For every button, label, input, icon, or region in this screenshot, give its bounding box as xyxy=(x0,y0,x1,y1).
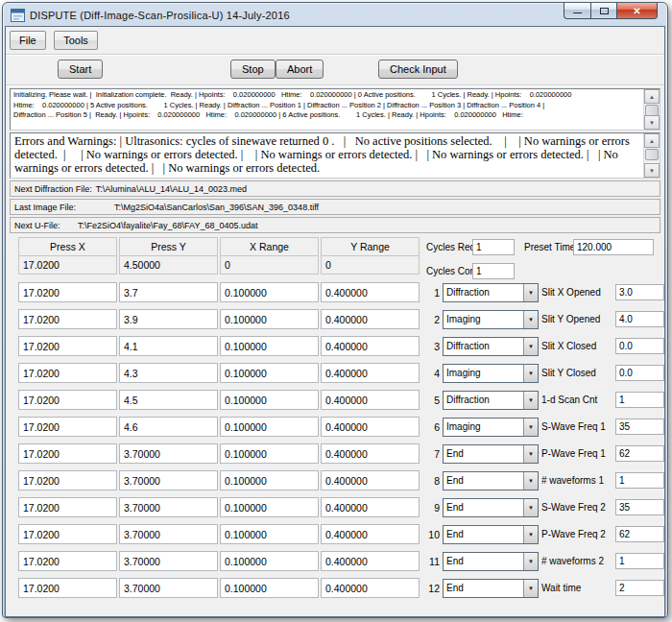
press-y-input[interactable] xyxy=(119,524,218,544)
param-input[interactable] xyxy=(615,472,664,489)
param-input[interactable] xyxy=(615,284,664,300)
scroll-up-button[interactable]: ▲ xyxy=(644,133,660,148)
param-input[interactable] xyxy=(615,338,664,354)
vertical-scrollbar[interactable]: ▲ ▼ xyxy=(643,133,660,178)
maximize-button[interactable] xyxy=(591,3,617,19)
chevron-down-icon[interactable]: ▼ xyxy=(523,311,538,328)
minimize-button[interactable]: — xyxy=(564,3,591,19)
mode-dropdown[interactable]: Diffraction ▼ xyxy=(443,337,539,356)
press-y-input[interactable] xyxy=(119,282,218,302)
chevron-down-icon[interactable]: ▼ xyxy=(523,472,538,490)
y-range-input[interactable] xyxy=(321,443,420,464)
close-button[interactable]: ✕ xyxy=(617,3,658,19)
chevron-down-icon[interactable]: ▼ xyxy=(523,338,538,355)
x-range-input[interactable] xyxy=(220,282,319,302)
mode-dropdown[interactable]: Diffraction ▼ xyxy=(443,283,539,302)
y-range-input[interactable] xyxy=(321,282,420,302)
x-range-input[interactable] xyxy=(220,390,319,410)
press-x-input[interactable] xyxy=(18,551,117,571)
scroll-down-button[interactable]: ▼ xyxy=(644,115,660,130)
press-x-input[interactable] xyxy=(18,363,117,383)
y-range-input[interactable] xyxy=(321,524,420,544)
titlebar[interactable]: DISPUTE (Diff-Image-Scan-Prosilica-U) 14… xyxy=(5,5,665,26)
y-range-input[interactable] xyxy=(321,417,420,437)
press-y-input[interactable] xyxy=(119,336,218,356)
scroll-down-button[interactable]: ▼ xyxy=(644,163,660,178)
mode-dropdown[interactable]: Imaging ▼ xyxy=(443,364,539,383)
press-x-input[interactable] xyxy=(18,282,117,302)
press-y-input[interactable] xyxy=(119,470,218,490)
menu-tools[interactable]: Tools xyxy=(54,31,98,50)
chevron-down-icon[interactable]: ▼ xyxy=(523,392,538,409)
x-range-input[interactable] xyxy=(220,497,319,517)
press-x-input[interactable] xyxy=(18,443,117,464)
chevron-down-icon[interactable]: ▼ xyxy=(523,499,538,516)
check-input-button[interactable]: Check Input xyxy=(378,60,458,79)
press-y-input[interactable] xyxy=(119,578,218,598)
mode-dropdown[interactable]: End ▼ xyxy=(443,498,539,517)
param-input[interactable] xyxy=(615,580,664,596)
mode-dropdown[interactable]: Diffraction ▼ xyxy=(443,391,539,410)
param-input[interactable] xyxy=(615,526,664,542)
scroll-track[interactable] xyxy=(644,148,660,163)
x-range-input[interactable] xyxy=(220,443,319,464)
mode-dropdown[interactable]: End ▼ xyxy=(443,552,539,571)
x-range-input[interactable] xyxy=(220,524,319,544)
chevron-down-icon[interactable]: ▼ xyxy=(523,365,538,382)
menu-file[interactable]: File xyxy=(10,31,46,50)
mode-dropdown[interactable]: End ▼ xyxy=(443,444,539,464)
press-y-input[interactable] xyxy=(119,390,218,410)
param-input[interactable] xyxy=(615,392,664,408)
chevron-down-icon[interactable]: ▼ xyxy=(523,553,538,570)
press-x-input[interactable] xyxy=(18,578,117,598)
y-range-input[interactable] xyxy=(321,551,420,571)
mode-dropdown[interactable]: Imaging ▼ xyxy=(443,418,539,437)
y-range-input[interactable] xyxy=(321,390,420,410)
x-range-input[interactable] xyxy=(220,417,319,437)
param-input[interactable] xyxy=(615,419,664,435)
press-y-input[interactable] xyxy=(119,363,218,383)
press-y-input[interactable] xyxy=(119,309,218,329)
mode-dropdown[interactable]: End ▼ xyxy=(443,471,539,490)
x-range-input[interactable] xyxy=(220,470,319,490)
chevron-down-icon[interactable]: ▼ xyxy=(523,580,538,597)
x-range-input[interactable] xyxy=(220,578,319,598)
scroll-thumb[interactable] xyxy=(645,149,659,160)
y-range-input[interactable] xyxy=(321,470,420,490)
vertical-scrollbar[interactable]: ▲ ▼ xyxy=(643,89,660,130)
y-range-input[interactable] xyxy=(321,336,420,356)
x-range-input[interactable] xyxy=(220,309,319,329)
y-range-input[interactable] xyxy=(321,363,420,383)
scroll-up-button[interactable]: ▲ xyxy=(644,89,660,104)
press-y-input[interactable] xyxy=(119,443,218,464)
press-x-input[interactable] xyxy=(18,497,117,517)
chevron-down-icon[interactable]: ▼ xyxy=(523,284,538,301)
param-input[interactable] xyxy=(615,311,664,327)
scroll-track[interactable] xyxy=(644,104,660,115)
chevron-down-icon[interactable]: ▼ xyxy=(523,419,538,436)
chevron-down-icon[interactable]: ▼ xyxy=(523,445,538,463)
press-y-input[interactable] xyxy=(119,551,218,571)
press-x-input[interactable] xyxy=(18,417,117,437)
stop-button[interactable]: Stop xyxy=(230,60,276,79)
chevron-down-icon[interactable]: ▼ xyxy=(523,526,538,543)
press-x-input[interactable] xyxy=(18,390,117,410)
param-input[interactable] xyxy=(615,499,664,515)
x-range-input[interactable] xyxy=(220,336,319,356)
press-x-input[interactable] xyxy=(18,470,117,490)
press-x-input[interactable] xyxy=(18,336,117,356)
mode-dropdown[interactable]: End ▼ xyxy=(443,525,539,544)
param-input[interactable] xyxy=(615,553,664,569)
cycles-comp-input[interactable] xyxy=(472,263,515,279)
press-x-input[interactable] xyxy=(18,309,117,329)
abort-button[interactable]: Abort xyxy=(276,60,324,79)
x-range-input[interactable] xyxy=(220,551,319,571)
press-y-input[interactable] xyxy=(119,497,218,517)
y-range-input[interactable] xyxy=(321,578,420,598)
press-y-input[interactable] xyxy=(119,417,218,437)
press-x-input[interactable] xyxy=(18,524,117,544)
param-input[interactable] xyxy=(615,365,664,381)
x-range-input[interactable] xyxy=(220,363,319,383)
param-input[interactable] xyxy=(615,445,664,462)
y-range-input[interactable] xyxy=(321,309,420,329)
